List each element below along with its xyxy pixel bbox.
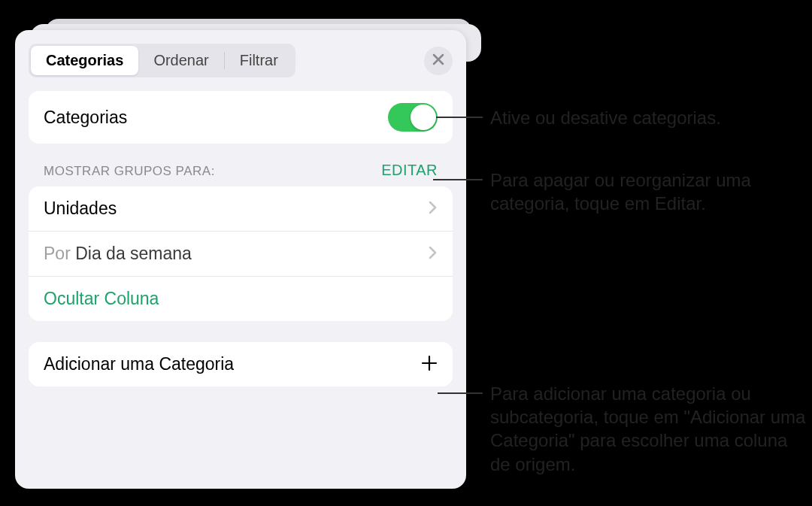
tab-label: Filtrar	[240, 52, 278, 68]
add-category-label: Adicionar uma Categoria	[44, 354, 234, 374]
hide-column-row[interactable]: Ocultar Coluna	[29, 276, 453, 321]
callout-edit: Para apagar ou reorganizar uma categoria…	[490, 168, 806, 215]
callout-toggle: Ative ou desative categorias.	[490, 106, 721, 129]
groups-header-label: MOSTRAR GRUPOS PARA:	[44, 164, 215, 179]
add-category-row[interactable]: Adicionar uma Categoria	[29, 342, 453, 386]
categories-toggle[interactable]	[388, 103, 438, 132]
group-prefix: Por	[44, 244, 75, 263]
chevron-right-icon	[429, 201, 438, 217]
hide-column-label: Ocultar Coluna	[44, 289, 159, 309]
segmented-control: Categorias Ordenar Filtrar	[29, 44, 295, 77]
tab-filtrar[interactable]: Filtrar	[225, 46, 293, 75]
categories-toggle-row: Categorias	[29, 91, 453, 144]
callout-add: Para adicionar uma categoria ou subcateg…	[490, 382, 806, 476]
tab-categorias[interactable]: Categorias	[31, 46, 138, 75]
tab-label: Ordenar	[153, 52, 208, 68]
group-row-dia-semana[interactable]: Por Dia da semana	[29, 231, 453, 276]
close-icon	[432, 53, 444, 68]
tab-label: Categorias	[46, 52, 123, 68]
groups-card: Unidades Por Dia da semana Ocultar Colun…	[29, 186, 453, 321]
callout-line	[436, 117, 483, 118]
group-value: Dia da semana	[75, 244, 192, 263]
plus-icon	[421, 355, 438, 374]
toggle-label: Categorias	[44, 108, 127, 128]
tab-ordenar[interactable]: Ordenar	[138, 46, 223, 75]
groups-section-header: MOSTRAR GRUPOS PARA: EDITAR	[29, 144, 453, 186]
categories-panel: Categorias Ordenar Filtrar Categorias MO…	[15, 30, 466, 489]
toggle-knob	[411, 105, 436, 130]
edit-button[interactable]: EDITAR	[381, 162, 438, 179]
section-gap	[29, 321, 453, 342]
group-row-unidades[interactable]: Unidades	[29, 186, 453, 231]
close-button[interactable]	[424, 47, 453, 75]
panel-header: Categorias Ordenar Filtrar	[29, 44, 453, 77]
chevron-right-icon	[429, 246, 438, 262]
toggle-card: Categorias	[29, 91, 453, 144]
callout-line	[433, 179, 483, 180]
add-category-card: Adicionar uma Categoria	[29, 342, 453, 386]
group-label: Por Dia da semana	[44, 244, 192, 264]
group-label: Unidades	[44, 198, 117, 219]
callout-line	[438, 392, 483, 394]
